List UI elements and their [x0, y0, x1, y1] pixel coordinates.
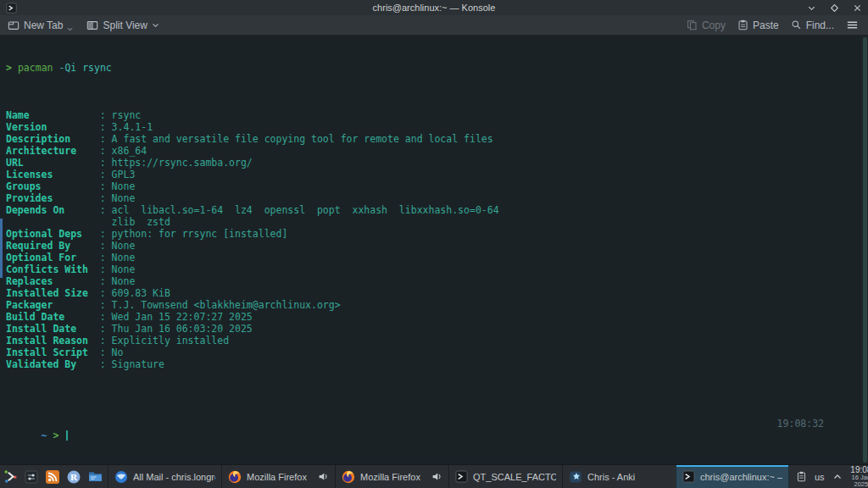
output-row: Provides: None — [6, 192, 868, 204]
thunderbird-icon — [114, 470, 128, 484]
output-row: Replaces: None — [6, 275, 868, 287]
output-row: Build Date: Wed Jan 15 22:07:27 2025 — [6, 311, 868, 323]
output-row: Install Date: Thu Jan 16 06:03:20 2025 — [6, 323, 868, 335]
minimize-button[interactable] — [807, 3, 816, 13]
split-view-label: Split View — [103, 19, 147, 31]
task-label: All Mail - chris.longros@g… — [133, 472, 215, 482]
task-label: Chris - Anki — [587, 472, 670, 482]
prompt-char: > — [6, 62, 12, 74]
new-tab-icon — [8, 19, 19, 31]
system-tray: us 19:08 16 Jan 2025 — [789, 465, 868, 488]
output-row: Conflicts With: None — [6, 263, 868, 275]
task-button[interactable]: All Mail - chris.longros@g… — [108, 465, 221, 488]
copy-label: Copy — [702, 19, 726, 31]
close-button[interactable] — [853, 3, 862, 13]
maximize-button[interactable] — [830, 3, 839, 13]
output-row: Name: rsync — [6, 109, 868, 121]
terminal-output: Name: rsyncVersion: 3.4.1-1Description: … — [6, 109, 868, 370]
new-tab-label: New Tab — [24, 19, 63, 31]
output-row: Installed Size: 609.83 KiB — [6, 287, 868, 299]
toolbar: New Tab Split View Copy Paste Find... — [0, 15, 868, 36]
search-icon — [791, 19, 802, 30]
prompt-cwd: ~ — [42, 430, 47, 441]
tray-expand-icon[interactable] — [832, 472, 843, 482]
task-label: QT_SCALE_FACTOR_ROUN… — [473, 472, 556, 482]
keyboard-layout-indicator[interactable]: us — [815, 472, 825, 482]
terminal-area[interactable]: >pacman-Qi rsync Name: rsyncVersion: 3.4… — [0, 36, 868, 464]
taskbar: R All Mail - chris.longros@g…Mozilla Fir… — [0, 464, 868, 488]
taskbar-tasks: All Mail - chris.longros@g…Mozilla Firef… — [108, 465, 789, 488]
find-button[interactable]: Find... — [791, 19, 834, 31]
hamburger-menu-button[interactable] — [846, 19, 859, 31]
firefox-icon — [228, 470, 242, 484]
task-label: Mozilla Firefox — [247, 472, 313, 482]
audio-playing-icon[interactable] — [318, 471, 329, 482]
clock-date: 16 Jan 2025 — [850, 474, 868, 488]
scrollbar-track[interactable] — [861, 36, 868, 464]
digital-clock[interactable]: 19:08 16 Jan 2025 — [850, 465, 868, 488]
find-label: Find... — [806, 19, 834, 31]
terminal-cursor — [66, 430, 68, 441]
output-row: Licenses: GPL3 — [6, 169, 868, 180]
new-lines-indicator — [0, 219, 3, 278]
clipboard-icon[interactable] — [796, 471, 807, 482]
output-row: Architecture: x86_64 — [6, 145, 868, 157]
output-row: Groups: None — [6, 180, 868, 192]
window-title: chris@archlinux:~ — Konsole — [0, 3, 868, 13]
task-label: chris@archlinux:~ — Kons… — [700, 472, 782, 482]
prompt-symbol: > — [53, 430, 58, 441]
konsole-icon — [455, 470, 468, 483]
output-row: Packager: T.J. Townsend <blakkheim@archl… — [6, 299, 868, 311]
new-tab-button[interactable]: New Tab — [8, 19, 73, 31]
split-view-chevron-icon — [152, 23, 159, 28]
copy-button[interactable]: Copy — [687, 19, 726, 31]
output-row: Required By: None — [6, 240, 868, 252]
task-label: Mozilla Firefox — [360, 472, 426, 482]
scrollbar-handle[interactable] — [863, 37, 867, 463]
output-row: Optional Deps: python: for rrsync [insta… — [6, 228, 868, 240]
output-row: Description: A fast and versatile file c… — [6, 133, 868, 145]
output-row: Optional For: None — [6, 252, 868, 263]
output-row: zlib zstd — [6, 216, 868, 228]
split-view-icon — [86, 19, 98, 31]
konsole-app-icon — [6, 3, 17, 14]
titlebar: chris@archlinux:~ — Konsole — [0, 0, 868, 15]
new-tab-chevron-icon — [67, 27, 73, 31]
output-row: Install Script: No — [6, 347, 868, 358]
right-prompt-clock: 19:08:32 — [777, 418, 824, 430]
file-manager-icon[interactable] — [87, 469, 103, 485]
output-row: Install Reason: Explicitly installed — [6, 335, 868, 347]
shell-prompt: ~> 19:08:32 — [6, 418, 868, 430]
paste-button[interactable]: Paste — [737, 19, 779, 31]
audio-playing-icon[interactable] — [431, 471, 442, 482]
task-button[interactable]: Mozilla Firefox — [335, 465, 448, 488]
command-text: pacman — [18, 62, 53, 74]
app-launcher-icon[interactable] — [3, 469, 18, 485]
copy-icon — [687, 19, 698, 30]
task-button[interactable]: Chris - Anki — [562, 465, 676, 488]
svg-text:R: R — [70, 472, 78, 481]
taskbar-launchers: R — [0, 465, 108, 488]
konsole-window: chris@archlinux:~ — Konsole New Tab Spli… — [0, 0, 868, 488]
output-row: Validated By: Signature — [6, 358, 868, 370]
split-view-button[interactable]: Split View — [86, 19, 159, 31]
command-args: -Qi rsync — [58, 62, 111, 74]
anki-icon — [569, 470, 582, 484]
rss-feed-icon[interactable] — [45, 469, 60, 485]
task-button[interactable]: Mozilla Firefox — [221, 465, 335, 488]
konsole-icon — [682, 470, 695, 483]
output-row: Depends On: acl libacl.so=1-64 lz4 opens… — [6, 204, 868, 216]
task-button[interactable]: chris@archlinux:~ — Kons… — [676, 465, 789, 488]
task-button[interactable]: QT_SCALE_FACTOR_ROUN… — [448, 465, 562, 488]
firefox-icon — [342, 470, 355, 484]
r-project-icon[interactable]: R — [66, 469, 81, 485]
command-line: >pacman-Qi rsync — [6, 62, 868, 74]
paste-label: Paste — [753, 19, 779, 31]
output-row: URL: https://rsync.samba.org/ — [6, 157, 868, 169]
paste-icon — [737, 19, 748, 30]
audio-mixer-icon[interactable] — [24, 469, 39, 485]
hamburger-icon — [846, 19, 859, 31]
output-row: Version: 3.4.1-1 — [6, 121, 868, 133]
